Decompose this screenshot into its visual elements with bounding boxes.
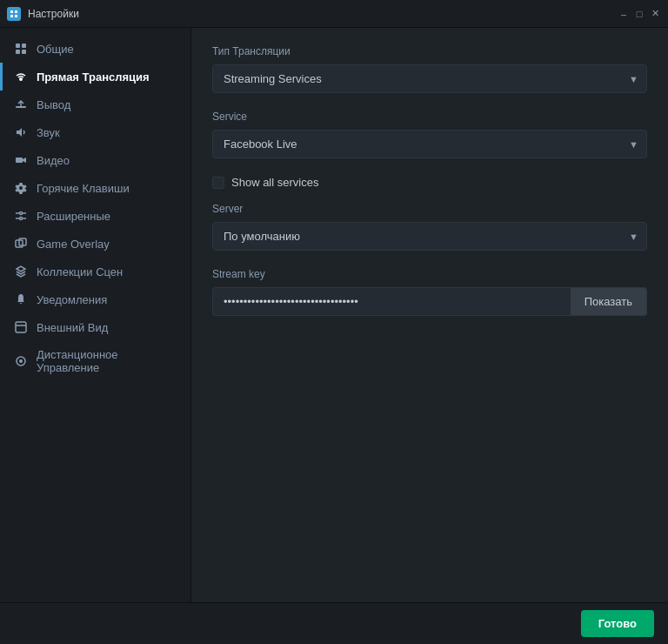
- sidebar-item-advanced[interactable]: Расширенные: [0, 202, 190, 230]
- signal-icon: [14, 70, 28, 84]
- service-select[interactable]: Facebook LiveTwitchYouTube / YouTube Gam…: [212, 130, 647, 158]
- sidebar-item-notifications[interactable]: Уведомления: [0, 285, 190, 313]
- window-controls: – □ ✕: [618, 8, 661, 20]
- stream-type-label: Тип Трансляции: [212, 45, 647, 57]
- svg-point-18: [19, 359, 23, 363]
- stream-key-input[interactable]: [212, 287, 571, 316]
- sidebar-label-audio: Звук: [37, 126, 60, 139]
- titlebar: Настройки – □ ✕: [0, 0, 668, 28]
- svg-rect-0: [10, 10, 13, 13]
- app-icon: [7, 7, 21, 21]
- sidebar-label-appearance: Внешний Вид: [37, 321, 108, 334]
- sidebar-label-video: Видео: [37, 154, 70, 167]
- service-group: Service Facebook LiveTwitchYouTube / You…: [212, 111, 647, 158]
- done-button[interactable]: Готово: [581, 610, 654, 637]
- server-label: Server: [212, 203, 647, 215]
- svg-rect-15: [16, 322, 26, 332]
- server-group: Server По умолчанию ▼: [212, 203, 647, 251]
- sidebar-item-video[interactable]: Видео: [0, 146, 190, 174]
- svg-rect-2: [10, 15, 13, 17]
- sidebar-label-advanced: Расширенные: [37, 210, 110, 223]
- settings-icon: [14, 209, 28, 223]
- sidebar-item-overlay[interactable]: Game Overlay: [0, 230, 190, 258]
- sidebar-label-overlay: Game Overlay: [37, 238, 110, 251]
- grid-icon: [14, 42, 28, 56]
- sidebar-label-remote: Дистанционное Управление: [37, 348, 177, 374]
- video-icon: [14, 153, 28, 167]
- close-button[interactable]: ✕: [649, 8, 661, 20]
- audio-icon: [14, 125, 28, 139]
- main-layout: Общие Прямая Трансляция Вывод: [0, 28, 668, 644]
- sidebar-label-collections: Коллекции Сцен: [37, 265, 123, 278]
- titlebar-left: Настройки: [7, 7, 79, 21]
- sidebar-item-general[interactable]: Общие: [0, 35, 190, 63]
- service-wrapper: Facebook LiveTwitchYouTube / YouTube Gam…: [212, 130, 647, 158]
- sidebar-label-output: Вывод: [37, 98, 70, 111]
- stream-type-group: Тип Трансляции Streaming ServicesCustom …: [212, 45, 647, 93]
- sidebar-label-stream: Прямая Трансляция: [37, 70, 150, 84]
- gear-icon: [14, 181, 28, 195]
- maximize-button[interactable]: □: [633, 8, 645, 20]
- sidebar-item-hotkeys[interactable]: Горячие Клавиши: [0, 174, 190, 202]
- server-select[interactable]: По умолчанию: [212, 222, 647, 251]
- sidebar: Общие Прямая Трансляция Вывод: [0, 28, 191, 644]
- sidebar-item-stream[interactable]: Прямая Трансляция: [0, 63, 190, 91]
- sidebar-item-collections[interactable]: Коллекции Сцен: [0, 258, 190, 285]
- svg-rect-1: [15, 10, 17, 13]
- appearance-icon: [14, 320, 28, 334]
- service-label: Service: [212, 111, 647, 123]
- svg-rect-6: [16, 158, 23, 163]
- remote-icon: [14, 354, 28, 368]
- svg-rect-5: [16, 106, 26, 108]
- show-stream-key-button[interactable]: Показать: [571, 287, 647, 316]
- stream-key-row: Показать: [212, 287, 647, 316]
- bell-icon: [14, 292, 28, 306]
- stream-key-label: Stream key: [212, 268, 647, 280]
- minimize-button[interactable]: –: [618, 8, 630, 20]
- sidebar-item-appearance[interactable]: Внешний Вид: [0, 313, 190, 341]
- svg-point-7: [20, 212, 23, 215]
- sidebar-item-remote[interactable]: Дистанционное Управление: [0, 341, 190, 381]
- bottom-bar: Готово: [0, 602, 668, 644]
- export-icon: [14, 97, 28, 111]
- stream-key-group: Stream key Показать: [212, 268, 647, 316]
- stream-type-select[interactable]: Streaming ServicesCustom RTMP ServerCust…: [212, 64, 647, 93]
- content-area: Тип Трансляции Streaming ServicesCustom …: [191, 28, 668, 644]
- show-all-services-label[interactable]: Show all services: [231, 176, 318, 189]
- server-wrapper: По умолчанию ▼: [212, 222, 647, 251]
- sidebar-label-notifications: Уведомления: [37, 293, 107, 306]
- collection-icon: [14, 265, 28, 278]
- svg-point-8: [20, 218, 23, 220]
- sidebar-label-general: Общие: [37, 43, 74, 56]
- show-all-services-checkbox[interactable]: [212, 177, 224, 189]
- stream-type-wrapper: Streaming ServicesCustom RTMP ServerCust…: [212, 64, 647, 93]
- overlay-icon: [14, 237, 28, 251]
- sidebar-item-audio[interactable]: Звук: [0, 118, 190, 146]
- sidebar-item-output[interactable]: Вывод: [0, 91, 190, 118]
- show-all-services-row: Show all services: [212, 176, 647, 189]
- svg-point-4: [19, 77, 23, 81]
- sidebar-label-hotkeys: Горячие Клавиши: [37, 182, 130, 195]
- svg-rect-3: [15, 15, 17, 17]
- window-title: Настройки: [28, 8, 79, 20]
